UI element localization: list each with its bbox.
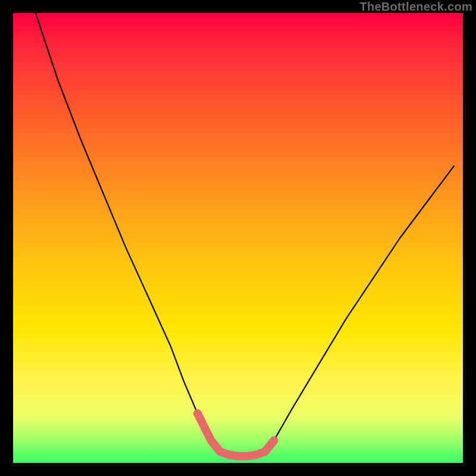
plot-svg <box>13 13 463 463</box>
optimal-zone-highlight <box>198 414 274 456</box>
chart-frame: TheBottleneck.com <box>0 0 476 476</box>
bottleneck-curve <box>36 13 454 456</box>
plot-area <box>13 13 463 463</box>
watermark: TheBottleneck.com <box>359 0 472 14</box>
